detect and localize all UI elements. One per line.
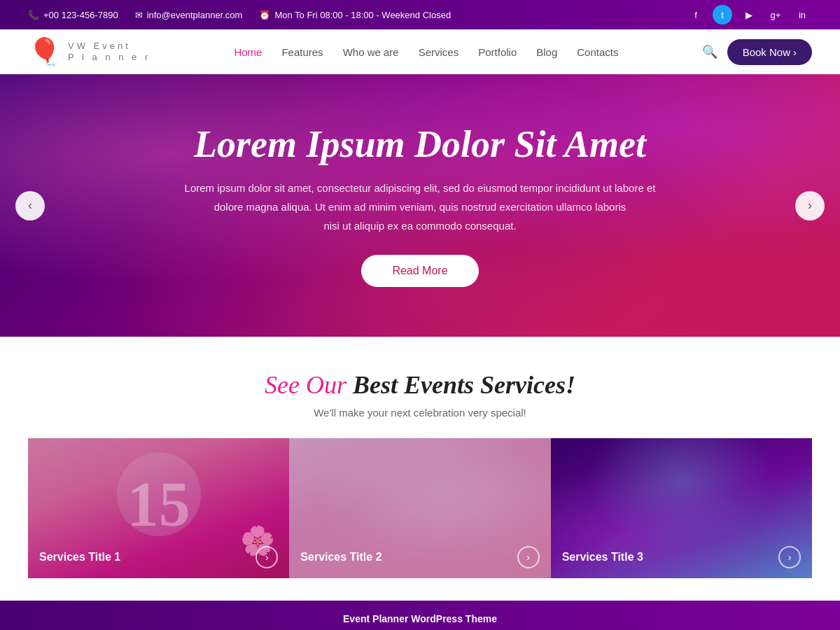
contact-info: 📞 +00 123-456-7890 ✉ info@eventplanner.c… [28, 10, 451, 20]
section-subtitle: We'll make your next celebration very sp… [28, 407, 812, 419]
social-icons: f t ▶ g+ in [686, 5, 812, 24]
phone-number: +00 123-456-7890 [43, 10, 118, 20]
card3-arrow[interactable]: › [778, 546, 801, 568]
hours-info: ⏰ Mon To Fri 08:00 - 18:00 - Weekend Clo… [259, 10, 451, 20]
section-title-bold: Best Events Services! [353, 371, 575, 399]
nav-services[interactable]: Services [419, 46, 459, 58]
read-more-button[interactable]: Read More [361, 255, 478, 287]
logo: 🎈 VW Event P l a n n e r [28, 36, 150, 67]
card1-arrow[interactable]: › [255, 546, 278, 568]
google-plus-icon[interactable]: g+ [766, 5, 785, 24]
book-now-button[interactable]: Book Now › [727, 39, 812, 65]
hero-next-button[interactable]: › [795, 191, 825, 220]
section-title: See Our Best Events Services! [28, 370, 812, 400]
hero-prev-button[interactable]: ‹ [15, 191, 45, 220]
nav-portfolio[interactable]: Portfolio [478, 46, 517, 58]
section-title-highlight: See Our [265, 371, 346, 399]
card2-content: Services Title 2 › [289, 536, 550, 578]
main-nav: Home Features Who we are Services Portfo… [234, 46, 618, 58]
facebook-icon[interactable]: f [686, 5, 706, 24]
card2-title: Services Title 2 [300, 551, 382, 564]
header: 🎈 VW Event P l a n n e r Home Features W… [0, 29, 840, 74]
hero-content: Lorem Ipsum Dolor Sit Amet Lorem ipsum d… [171, 124, 670, 286]
nav-who-we-are[interactable]: Who we are [343, 46, 399, 58]
card1-content: Services Title 1 › [28, 536, 289, 578]
logo-sub: P l a n n e r [68, 52, 150, 63]
hero-title: Lorem Ipsum Dolor Sit Amet [185, 124, 656, 165]
card3-title: Services Title 3 [562, 551, 643, 564]
hero-prev-icon: ‹ [28, 198, 32, 213]
email-icon: ✉ [135, 10, 143, 20]
logo-text: VW Event P l a n n e r [68, 41, 150, 62]
service-card-2[interactable]: Services Title 2 › [289, 438, 550, 578]
twitter-icon[interactable]: t [713, 5, 732, 24]
nav-features[interactable]: Features [281, 46, 323, 58]
youtube-icon[interactable]: ▶ [739, 5, 759, 24]
footer: Event Planner WordPress Theme [0, 601, 840, 630]
search-icon[interactable]: 🔍 [702, 44, 718, 59]
card3-content: Services Title 3 › [551, 536, 812, 578]
nav-blog[interactable]: Blog [536, 46, 557, 58]
email-info: ✉ info@eventplanner.com [135, 10, 243, 20]
read-more-label: Read More [392, 265, 447, 276]
logo-icon: 🎈 [28, 36, 61, 67]
header-actions: 🔍 Book Now › [702, 39, 812, 65]
footer-text: Event Planner WordPress Theme [343, 613, 497, 624]
logo-name: VW Event [68, 41, 150, 52]
card1-title: Services Title 1 [39, 551, 120, 564]
clock-icon: ⏰ [259, 10, 270, 20]
book-now-label: Book Now [743, 46, 790, 58]
email-address: info@eventplanner.com [147, 10, 243, 20]
hero-section: ‹ Lorem Ipsum Dolor Sit Amet Lorem ipsum… [0, 74, 840, 337]
hero-next-icon: › [808, 198, 812, 213]
services-section: See Our Best Events Services! We'll make… [0, 337, 840, 601]
top-bar: 📞 +00 123-456-7890 ✉ info@eventplanner.c… [0, 0, 840, 29]
nav-contacts[interactable]: Contacts [577, 46, 618, 58]
linkedin-icon[interactable]: in [792, 5, 812, 24]
service-card-1[interactable]: 15 🌸 Services Title 1 › [28, 438, 289, 578]
service-cards: 15 🌸 Services Title 1 › Services Title 2… [28, 438, 812, 578]
nav-home[interactable]: Home [234, 46, 262, 58]
card1-number-deco: 15 [127, 468, 190, 540]
service-card-3[interactable]: Services Title 3 › [551, 438, 812, 578]
hero-description: Lorem ipsum dolor sit amet, consectetur … [185, 178, 656, 235]
phone-icon: 📞 [28, 10, 39, 20]
book-arrow-icon: › [793, 46, 797, 58]
phone-info: 📞 +00 123-456-7890 [28, 10, 118, 20]
card2-arrow[interactable]: › [517, 546, 540, 568]
hours-text: Mon To Fri 08:00 - 18:00 - Weekend Close… [274, 10, 451, 20]
